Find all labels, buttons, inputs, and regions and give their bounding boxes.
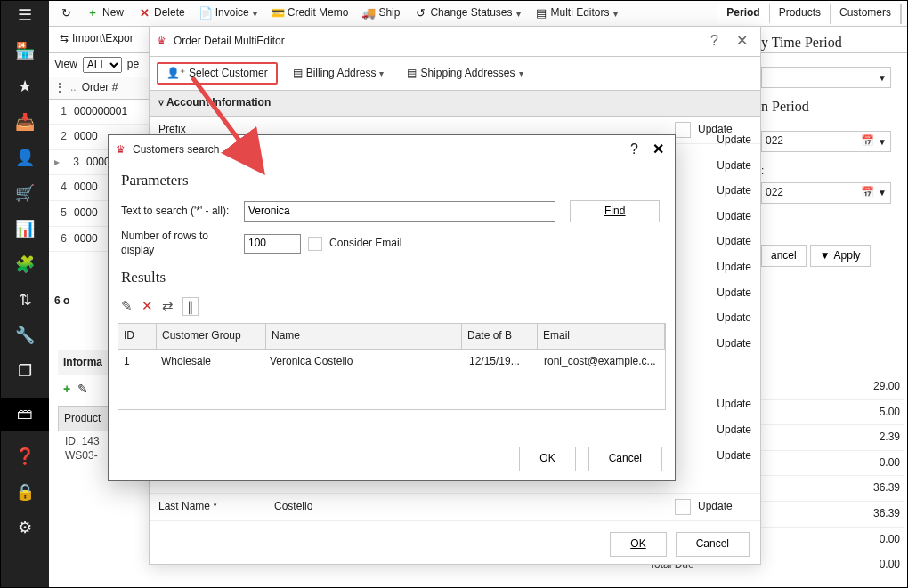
col-name[interactable]: Name xyxy=(266,324,462,349)
change-status-button[interactable]: ↺Change Statuses xyxy=(409,4,525,22)
period-select-1[interactable]: ▼ xyxy=(761,67,891,88)
period-cancel-button[interactable]: ancel xyxy=(761,245,807,268)
close-button[interactable]: ✕ xyxy=(649,141,668,159)
archive-icon[interactable]: 🗃 xyxy=(1,398,49,431)
user-plus-icon: 👤⁺ xyxy=(166,67,185,81)
puzzle-icon[interactable]: 🧩 xyxy=(15,255,35,275)
total-value: 5.00 xyxy=(847,406,900,420)
period-date-2[interactable]: 022📅▼ xyxy=(761,182,891,204)
inbox-icon[interactable]: 📥 xyxy=(15,113,35,133)
col-dob[interactable]: Date of B xyxy=(462,324,538,349)
ship-button[interactable]: 🚚Ship xyxy=(357,4,405,22)
order-number-col: Order # xyxy=(82,81,118,95)
cycle-icon: ↺ xyxy=(414,7,426,20)
edit-icon[interactable]: ✎ xyxy=(77,381,88,397)
multieditor-ok-button[interactable]: OK xyxy=(610,532,666,557)
billing-address-button[interactable]: ▤ Billing Address xyxy=(285,62,393,85)
update-label: Update xyxy=(717,210,751,224)
multieditor-cancel-button[interactable]: Cancel xyxy=(676,532,750,557)
multi-editors-button[interactable]: ▤Multi Editors xyxy=(530,4,623,22)
delete-label: Delete xyxy=(154,6,185,20)
chevron-down-icon: ▿ xyxy=(158,96,164,109)
delete-icon[interactable]: ✕ xyxy=(142,297,153,317)
tab-products[interactable]: Products xyxy=(770,4,831,24)
shipping-address-button[interactable]: ▤ Shipping Addresses xyxy=(399,62,531,85)
lastname-value[interactable]: Costello xyxy=(274,500,675,514)
lastname-update-checkbox[interactable] xyxy=(675,499,691,515)
fit-icon[interactable]: ⇄ xyxy=(162,297,174,317)
columns-icon[interactable]: ∥ xyxy=(182,297,199,317)
help-icon[interactable]: ❓ xyxy=(15,447,35,467)
total-value: 0.00 xyxy=(847,533,900,547)
add-icon[interactable]: + xyxy=(63,381,70,397)
rows-input[interactable] xyxy=(244,234,301,254)
period-apply-button[interactable]: ▼Apply xyxy=(810,245,871,268)
consider-email-checkbox[interactable] xyxy=(308,237,322,251)
parameters-heading: Parameters xyxy=(121,172,662,189)
chart-icon[interactable]: 📊 xyxy=(15,220,35,239)
period-date-1[interactable]: 022📅▼ xyxy=(761,131,891,152)
cell-email: roni_cost@example.c... xyxy=(539,350,665,375)
credit-label: Credit Memo xyxy=(288,6,349,20)
bag-icon[interactable]: 🛒 xyxy=(15,184,35,204)
copy-icon[interactable]: ❐ xyxy=(15,362,35,382)
ship-label: Ship xyxy=(378,6,400,20)
star-icon[interactable]: ★ xyxy=(15,77,35,97)
col-id[interactable]: ID xyxy=(118,324,157,349)
prefix-update-checkbox[interactable] xyxy=(675,122,691,138)
update-label: Update xyxy=(717,286,751,301)
import-export-button[interactable]: ⇆Import\Expor xyxy=(54,30,139,48)
custsearch-ok-button[interactable]: OK xyxy=(519,447,575,471)
credit-memo-button[interactable]: 💳Credit Memo xyxy=(266,4,354,22)
tab-period[interactable]: Period xyxy=(717,4,769,24)
store-icon[interactable]: 🏪 xyxy=(15,42,35,61)
update-label: Update xyxy=(717,337,751,351)
refresh-button[interactable]: ↻ xyxy=(54,5,77,21)
transfer-icon[interactable]: ⇅ xyxy=(15,291,35,310)
update-label: Update xyxy=(717,423,751,438)
orders-header[interactable]: ⋮ .. Order # xyxy=(49,77,149,100)
results-toolbar: ✎ ✕ ⇄ ∥ xyxy=(109,294,675,320)
delete-button[interactable]: ✕Delete xyxy=(133,4,191,22)
gear-icon[interactable]: ⚙ xyxy=(15,519,35,538)
search-text-input[interactable] xyxy=(244,201,555,222)
find-button[interactable]: Find xyxy=(570,200,660,223)
cell-id: 1 xyxy=(118,350,156,375)
lock-icon[interactable]: 🔒 xyxy=(15,483,35,503)
total-value: 36.39 xyxy=(847,481,900,495)
wrench-icon[interactable]: 🔧 xyxy=(15,326,35,346)
user-icon[interactable]: 👤 xyxy=(15,149,35,168)
col-email[interactable]: Email xyxy=(538,324,665,349)
app-icon: ♛ xyxy=(157,35,166,49)
results-grid: ID Customer Group Name Date of B Email 1… xyxy=(118,323,666,410)
account-info-section[interactable]: ▿ Account Information xyxy=(150,91,760,117)
tab-customers[interactable]: Customers xyxy=(831,4,901,24)
grid-header[interactable]: ID Customer Group Name Date of B Email xyxy=(118,324,665,350)
close-button[interactable]: ✕ xyxy=(731,32,753,51)
select-customer-button[interactable]: 👤⁺ Select Customer xyxy=(157,62,278,85)
plus-icon: + xyxy=(86,7,99,20)
col-group[interactable]: Customer Group xyxy=(157,324,266,349)
order-row[interactable]: 1000000001 xyxy=(49,100,149,125)
right-tabstrip: Period Products Customers xyxy=(717,4,902,24)
app-icon: ♛ xyxy=(116,143,126,157)
rows-label: Number of rows to display xyxy=(121,230,237,257)
per-label: pe xyxy=(127,58,139,72)
help-button[interactable]: ? xyxy=(705,32,724,51)
view-select[interactable]: ALL xyxy=(83,57,122,73)
update-label: Update xyxy=(717,398,751,412)
edit-icon[interactable]: ✎ xyxy=(121,297,133,317)
help-button[interactable]: ? xyxy=(627,141,642,159)
new-button[interactable]: +New xyxy=(81,4,129,22)
multieditor-icon: ▤ xyxy=(535,7,547,20)
multieditor-title: Order Detail MultiEditor xyxy=(174,35,285,49)
menu-icon[interactable]: ☰ xyxy=(15,6,35,26)
invoice-label: Invoice xyxy=(215,6,249,20)
filter-icon: ▼ xyxy=(820,249,831,263)
update-label: Update xyxy=(717,261,751,275)
custsearch-cancel-button[interactable]: Cancel xyxy=(588,447,662,471)
creditmemo-icon: 💳 xyxy=(272,7,284,20)
invoice-button[interactable]: 📄Invoice xyxy=(194,4,263,22)
grid-row[interactable]: 1 Wholesale Veronica Costello 12/15/19..… xyxy=(118,350,665,375)
update-label: Update xyxy=(717,184,751,198)
